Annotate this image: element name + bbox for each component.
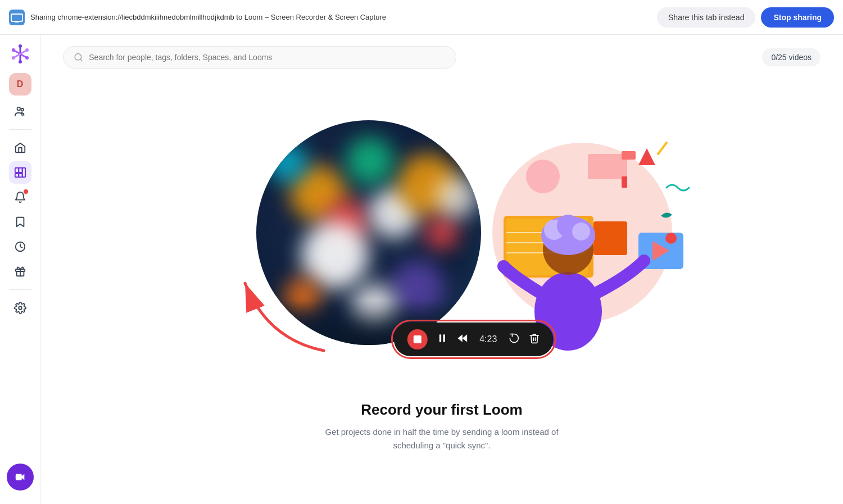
loom-logo xyxy=(10,44,30,66)
sidebar-item-history[interactable] xyxy=(9,235,31,258)
hero-illustration: 4:23 xyxy=(189,120,695,390)
pause-button[interactable] xyxy=(437,333,448,347)
svg-point-23 xyxy=(19,306,22,310)
svg-point-10 xyxy=(19,60,22,63)
main-layout: D xyxy=(0,35,843,504)
hero-subtext: Get projects done in half the time by se… xyxy=(324,425,560,452)
sidebar-divider-2 xyxy=(9,289,31,290)
svg-point-41 xyxy=(572,223,590,240)
sharing-bar: Sharing chrome-extension://liecbddmkiiih… xyxy=(0,0,843,35)
svg-rect-18 xyxy=(19,174,22,177)
main-content: 0/25 videos xyxy=(40,35,843,504)
svg-point-11 xyxy=(11,48,15,52)
svg-point-12 xyxy=(25,48,29,52)
svg-rect-43 xyxy=(588,154,627,179)
sidebar-divider-1 xyxy=(9,129,31,130)
svg-rect-2 xyxy=(15,21,19,22)
notification-badge xyxy=(24,189,28,194)
hero-heading: Record your first Loom xyxy=(361,401,522,419)
svg-point-7 xyxy=(19,44,22,48)
sharing-bar-buttons: Share this tab instead Stop sharing xyxy=(657,7,834,28)
sidebar-item-library[interactable] xyxy=(9,161,31,184)
svg-rect-44 xyxy=(622,151,636,160)
svg-line-45 xyxy=(658,143,667,154)
retry-button[interactable] xyxy=(509,333,520,347)
stop-button[interactable] xyxy=(407,329,428,349)
svg-marker-52 xyxy=(463,334,467,342)
delete-button[interactable] xyxy=(529,333,540,347)
svg-rect-50 xyxy=(443,334,445,342)
svg-rect-16 xyxy=(19,168,22,172)
svg-marker-42 xyxy=(638,148,655,165)
search-bar[interactable] xyxy=(63,46,456,69)
svg-rect-32 xyxy=(593,221,627,255)
video-count-badge: 0/25 videos xyxy=(762,48,821,66)
svg-rect-17 xyxy=(15,174,18,177)
svg-point-14 xyxy=(21,108,24,111)
sidebar-item-bookmarks[interactable] xyxy=(9,211,31,233)
svg-point-13 xyxy=(17,107,20,111)
svg-point-47 xyxy=(526,160,560,193)
svg-line-25 xyxy=(80,59,82,61)
svg-point-35 xyxy=(665,233,677,244)
record-button[interactable] xyxy=(7,464,34,491)
search-icon xyxy=(74,52,83,62)
share-tab-button[interactable]: Share this tab instead xyxy=(657,7,755,28)
hero-section: 4:23 Record yo xyxy=(40,69,843,504)
sidebar-item-team[interactable] xyxy=(9,100,31,122)
recording-time: 4:23 xyxy=(477,334,500,344)
stop-sharing-button[interactable]: Stop sharing xyxy=(761,7,834,28)
sidebar-item-home[interactable] xyxy=(9,137,31,159)
hero-figure xyxy=(402,120,695,356)
svg-marker-51 xyxy=(457,334,462,342)
sharing-bar-left: Sharing chrome-extension://liecbddmkiiih… xyxy=(9,10,650,25)
svg-rect-19 xyxy=(22,168,25,178)
sidebar-item-gift[interactable] xyxy=(9,260,31,283)
stop-icon xyxy=(414,335,422,343)
svg-rect-46 xyxy=(622,176,627,188)
user-avatar[interactable]: D xyxy=(9,73,31,96)
svg-rect-15 xyxy=(15,168,18,172)
svg-rect-49 xyxy=(439,334,441,342)
svg-point-9 xyxy=(11,56,15,60)
red-arrow xyxy=(223,249,346,362)
rewind-button[interactable] xyxy=(457,333,468,347)
sharing-bar-text: Sharing chrome-extension://liecbddmkiiih… xyxy=(30,13,386,21)
player-controls: 4:23 xyxy=(394,323,554,356)
sidebar: D xyxy=(0,35,40,504)
svg-point-8 xyxy=(25,56,29,60)
sidebar-item-settings[interactable] xyxy=(9,297,31,319)
screen-share-icon xyxy=(9,10,25,25)
search-input[interactable] xyxy=(89,53,446,62)
sidebar-item-notifications[interactable] xyxy=(9,186,31,208)
search-area: 0/25 videos xyxy=(40,35,843,69)
